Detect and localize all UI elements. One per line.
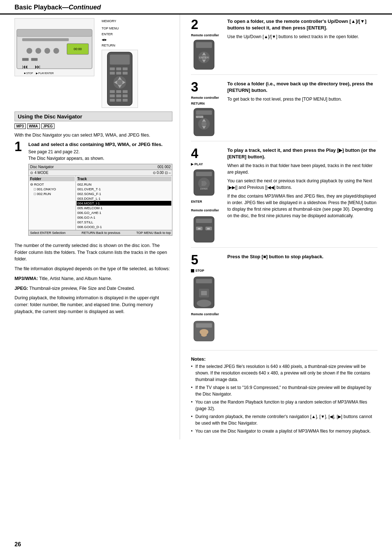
- svg-point-4: [36, 48, 41, 54]
- track-3: 003.DONT_L·1: [77, 196, 171, 201]
- svg-text:ENTER: ENTER: [199, 56, 209, 59]
- svg-rect-50: [196, 110, 212, 115]
- step-4-remote-play-image: ENTER: [191, 169, 217, 196]
- svg-rect-10: [31, 58, 38, 61]
- section-heading-disc-navigator: Using the Disc Navigator: [15, 112, 172, 121]
- device-image-area: 00:00 ⏮ ⏭ ■ STOP ▶ PLAY/ENTER MEMORY: [15, 18, 172, 108]
- cd-player-image: 00:00 ⏮ ⏭ ■ STOP ▶ PLAY/ENTER: [15, 18, 94, 76]
- svg-rect-57: [196, 172, 212, 176]
- svg-point-69: [197, 300, 211, 307]
- left-column: 00:00 ⏮ ⏭ ■ STOP ▶ PLAY/ENTER MEMORY: [7, 15, 180, 439]
- track-5: 005.WELCOM·1: [77, 206, 171, 210]
- svg-rect-34: [123, 94, 128, 97]
- track-4-selected: 004.MOST_I·1: [77, 201, 171, 206]
- right-step-3: 3 Remote controller RETURN RETURN: [191, 81, 377, 141]
- svg-rect-71: [196, 323, 212, 328]
- notes-section: Notes: If the selected JPEG file's resol…: [191, 356, 377, 434]
- folder-run: □ 002.RUN: [29, 191, 75, 196]
- disc-nav-footer: Select ENTER Selection RETURN Back to pr…: [29, 230, 172, 235]
- note-item-3: During random playback, the remote contr…: [191, 413, 377, 426]
- step-2-remote-image: ENTER: [191, 39, 217, 70]
- svg-rect-32: [110, 94, 115, 97]
- svg-point-49: [201, 121, 207, 126]
- step-2-body: Use the Up/Down [▲]/[▼] buttons to selec…: [227, 33, 377, 40]
- step-4-body-0: When all the tracks in that folder have …: [227, 162, 377, 175]
- svg-rect-20: [110, 72, 115, 75]
- after-nav-text-0: The number of the currently selected dis…: [15, 242, 172, 263]
- note-item-1: If the TV shape is set to "16:9 Compress…: [191, 384, 377, 397]
- badge-wma: WMA: [27, 123, 40, 129]
- right-column: 2 Remote controller ENTER To open a fol: [180, 15, 385, 439]
- step-5-number: 5: [191, 254, 198, 267]
- svg-rect-29: [110, 90, 115, 93]
- step-4-remote-nav-image: ⏮ ⏭: [191, 216, 217, 243]
- step-1: 1 Load and select a disc containing MP3,…: [15, 142, 172, 238]
- svg-rect-2: [22, 38, 69, 41]
- step-2-left: 2 Remote controller ENTER: [191, 18, 227, 70]
- step-5-left: 5 STOP Remote controller: [191, 254, 227, 346]
- step-1-body-line1: See page 21 and page 22.: [28, 149, 172, 155]
- step-3-body: To get back to the root level, press the…: [227, 96, 377, 102]
- device-label-memory: MEMORY TOP MENU ENTER ◀/▶ RETURN: [102, 18, 138, 48]
- stop-square-icon: [191, 269, 194, 272]
- svg-rect-68: [196, 279, 212, 283]
- disc-nav-cols: Folder ⊖ ROOT □ 001.ONKYO □ 002.RUN Trac…: [29, 176, 172, 230]
- remote-and-labels: MEMORY TOP MENU ENTER ◀/▶ RETURN: [102, 18, 138, 108]
- after-nav-text-mp3wma: MP3/WMA: Title, Artist Name, and Album N…: [15, 275, 172, 282]
- badge-jpeg: JPEG: [41, 123, 55, 129]
- disc-nav-folder-col: Folder ⊖ ROOT □ 001.ONKYO □ 002.RUN: [29, 176, 76, 230]
- step-5-content: Press the Stop [■] button to stop playba…: [227, 254, 377, 346]
- page-title: Basic Playback—Continued: [15, 4, 101, 11]
- after-nav-text-jpeg: JPEG: Thumbnail-size preview, File Size …: [15, 285, 172, 292]
- step-4-left: 4 ▶ PLAY ENTER ENTER Remote controller: [191, 147, 227, 243]
- step-4-enter-label: ENTER: [191, 200, 202, 203]
- svg-text:■ STOP: ■ STOP: [24, 72, 33, 74]
- step-3-left: 3 Remote controller RETURN RETURN: [191, 81, 227, 137]
- disc-nav-header: Disc Navigator 001 002: [29, 164, 172, 170]
- svg-rect-36: [116, 99, 121, 102]
- step-2-number: 2: [191, 18, 198, 31]
- svg-rect-64: [196, 219, 212, 223]
- page-number: 26: [15, 541, 21, 548]
- step-3-title: To close a folder (i.e., move back up th…: [227, 81, 377, 94]
- track-0: 002.RUN: [77, 182, 171, 187]
- step-4-number: 4: [191, 147, 198, 160]
- folder-col-header: Folder: [29, 177, 75, 181]
- step-2-title: To open a folder, use the remote control…: [227, 18, 377, 31]
- right-step-2: 2 Remote controller ENTER To open a fol: [191, 18, 377, 75]
- svg-text:RETURN: RETURN: [196, 116, 204, 118]
- svg-point-28: [117, 80, 123, 85]
- step-1-body-line2: The Disc Navigator appears, as shown.: [28, 155, 172, 162]
- svg-point-5: [44, 48, 50, 54]
- step-4-play-label: ▶ PLAY: [191, 162, 203, 166]
- notes-title: Notes:: [191, 356, 377, 362]
- track-7: 006.GO A·1: [77, 215, 171, 220]
- svg-point-3: [26, 48, 32, 54]
- step-5-stop-label: STOP: [191, 269, 204, 272]
- svg-rect-22: [123, 72, 128, 75]
- remote-controller-left-image: [102, 50, 138, 108]
- track-1: 001.OVER_T·1: [77, 187, 171, 191]
- format-badges: MP3 WMA JPEG: [15, 123, 172, 129]
- after-nav-text-3: During playback, the following informati…: [15, 295, 172, 315]
- svg-rect-33: [116, 94, 121, 97]
- note-item-0: If the selected JPEG file's resolution i…: [191, 363, 377, 383]
- step-1-title: Load and select a disc containing MP3, W…: [28, 142, 172, 147]
- step-4-body-1: You can select the next or previous trac…: [227, 178, 377, 191]
- intro-text: With the Disc Navigator you can select M…: [15, 132, 172, 139]
- step-4-content: To play a track, select it, and then pre…: [227, 147, 377, 243]
- track-6: 006.GO_AHE·1: [77, 210, 171, 215]
- step-1-number: 1: [15, 140, 25, 238]
- svg-rect-30: [116, 90, 121, 93]
- svg-point-6: [53, 48, 59, 54]
- svg-rect-16: [110, 55, 130, 65]
- step-3-return-label: RETURN: [191, 102, 205, 105]
- svg-rect-35: [110, 99, 115, 102]
- folder-onkyo: □ 001.ONKYO: [29, 187, 75, 191]
- right-step-4: 4 ▶ PLAY ENTER ENTER Remote controller: [191, 147, 377, 248]
- badge-mp3: MP3: [15, 123, 26, 129]
- svg-text:⏭: ⏭: [35, 64, 41, 70]
- svg-rect-67: [201, 291, 207, 295]
- track-8: 007.STILL: [77, 220, 171, 224]
- notes-list: If the selected JPEG file's resolution i…: [191, 363, 377, 434]
